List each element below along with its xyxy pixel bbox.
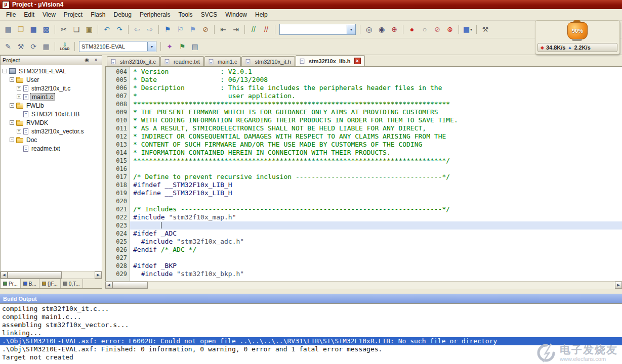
code-line[interactable]: #define __STM32F10x_LIB_H [130, 189, 622, 197]
code-line[interactable]: * CONTENT OF SUCH FIRMWARE AND/OR THE US… [130, 141, 622, 149]
code-line[interactable]: /* Includes ----------------------------… [130, 205, 622, 213]
close-icon[interactable]: × [354, 58, 361, 64]
code-line[interactable]: * INDIRECT OR CONSEQUENTIAL DAMAGES WITH… [130, 132, 622, 141]
close-icon[interactable]: × [92, 57, 100, 64]
menu-item-peripherals[interactable]: Peripherals [136, 10, 175, 19]
debug-windows-icon[interactable]: ▦▾ [462, 23, 474, 35]
code-line[interactable]: /* Define to prevent recursive inclusion… [130, 173, 622, 181]
chevron-down-icon[interactable]: ▼ [147, 42, 156, 51]
tree-expand-box[interactable]: + [17, 129, 21, 133]
menu-item-project[interactable]: Project [60, 10, 87, 19]
code-line[interactable]: #ifdef _BKP [130, 262, 622, 270]
code-line[interactable]: #endif /*_ADC */ [130, 246, 622, 254]
tab-readme-txt[interactable]: readme.txt [160, 56, 204, 66]
toggle-bookmark-icon[interactable]: ⚑ [161, 23, 174, 35]
translate-file-icon[interactable]: ✎ [2, 40, 14, 53]
tree-item-user[interactable]: -User [1, 75, 102, 84]
build-output-line[interactable]: linking... [0, 329, 622, 337]
save-all-icon[interactable]: ▩ [40, 23, 52, 35]
undo-icon[interactable]: ↶ [101, 23, 113, 35]
save-icon[interactable]: ▦ [27, 23, 39, 35]
target-select[interactable]: STM3210E-EVAL▼ [79, 41, 156, 52]
code-line[interactable]: * Date : 06/13/2008 [130, 76, 622, 84]
editor-hscrollbar[interactable]: ◀ ▶ [105, 281, 622, 289]
menu-item-flash[interactable]: Flash [87, 10, 109, 19]
templates-panel-tab[interactable]: 0,T... [61, 279, 83, 288]
tree-expand-box[interactable]: - [3, 69, 7, 73]
code-line[interactable]: * Version : V2.0.1 [130, 68, 622, 76]
build-output-line[interactable]: compiling main1.c... [0, 313, 622, 321]
cut-icon[interactable]: ✂ [58, 23, 70, 35]
open-file-icon[interactable]: ❐ [15, 23, 27, 35]
build-output-line[interactable]: .\Obj\STM3210E-EVAL.axf: Finished: 0 inf… [0, 345, 622, 353]
menu-item-debug[interactable]: Debug [110, 10, 136, 19]
search-input[interactable] [280, 25, 347, 33]
code-line[interactable]: * INFORMATION CONTAINED HEREIN IN CONNEC… [130, 149, 622, 157]
build-target-icon[interactable]: ⚒ [15, 40, 27, 53]
clear-bookmarks-icon[interactable]: ⊘ [199, 23, 212, 35]
tree-item-readme-txt[interactable]: readme.txt [1, 144, 102, 153]
code-line[interactable]: * AS A RESULT, STMICROELECTRONICS SHALL … [130, 124, 622, 132]
tree-item-doc[interactable]: -Doc [1, 135, 102, 144]
new-file-icon[interactable]: ▤ [2, 23, 14, 35]
pin-icon[interactable]: ◉ [83, 57, 91, 64]
rebuild-target-icon[interactable]: ⟳ [27, 40, 39, 53]
code-editor[interactable]: 0040050060070080090100110120130140150160… [105, 67, 622, 281]
redo-icon[interactable]: ↷ [113, 23, 126, 35]
build-output-line[interactable]: compiling stm32f10x_it.c... [0, 305, 622, 313]
code-line[interactable]: #ifndef __STM32F10x_LIB_H [130, 181, 622, 189]
menu-item-svcs[interactable]: SVCS [197, 10, 222, 19]
code-line[interactable]: #ifdef _ADC [130, 230, 622, 238]
project-tree-hscrollbar[interactable]: ◀ ▶ [1, 271, 102, 279]
menu-item-window[interactable]: Window [221, 10, 251, 19]
previous-bookmark-icon[interactable]: ⚐ [174, 23, 186, 35]
navigate-forward-icon[interactable]: ⇨ [144, 23, 156, 35]
tree-expand-box[interactable]: - [10, 103, 14, 108]
indent-icon[interactable]: ⇥ [230, 23, 242, 35]
configure-tools-icon[interactable]: ⚒ [479, 23, 491, 35]
comment-selection-icon[interactable]: // [247, 23, 260, 35]
chevron-down-icon[interactable]: ▼ [347, 25, 355, 34]
tab-main1-c[interactable]: main1.c [204, 56, 241, 66]
functions-panel-tab[interactable]: {}F... [39, 279, 61, 288]
scrollbar-track[interactable] [8, 271, 95, 279]
tree-item-stm32f10x-vector-s[interactable]: +stm32f10x_vector.s [1, 127, 102, 135]
disable-all-breakpoints-icon[interactable]: ⊘ [431, 23, 443, 35]
build-output-line[interactable]: .\Obj\STM3210E-EVAL.axf: error: L6002U: … [0, 337, 622, 345]
tree-expand-box[interactable]: + [17, 95, 21, 99]
tree-item-fwlib[interactable]: -FWLib [1, 101, 102, 110]
tree-item-rvmdk[interactable]: -RVMDK [1, 118, 102, 127]
tree-expand-box[interactable]: - [10, 138, 14, 142]
tree-expand-box[interactable]: - [10, 77, 14, 82]
scroll-left-icon[interactable]: ◀ [1, 271, 8, 279]
outdent-icon[interactable]: ⇤ [217, 23, 229, 35]
scroll-left-icon[interactable]: ◀ [105, 282, 112, 289]
build-output-line[interactable]: Target not created [0, 353, 622, 361]
code-line[interactable] [130, 165, 622, 173]
code-line[interactable] [130, 254, 622, 262]
project-panel-tab[interactable]: Pr... [1, 279, 21, 288]
tree-expand-box[interactable]: + [17, 86, 21, 90]
menu-item-tools[interactable]: Tools [175, 10, 197, 19]
tab-stm32f10x-it-c[interactable]: stm32f10x_it.c [107, 56, 160, 66]
download-flash-button[interactable]: ⇩LOAD [58, 40, 72, 53]
code-line[interactable]: * WITH CODING INFORMATION REGARDING THEI… [130, 116, 622, 124]
tree-item-stm3210e-eval[interactable]: -STM3210E-EVAL [1, 67, 102, 75]
scroll-right-icon[interactable]: ▶ [615, 282, 622, 289]
code-line[interactable]: ****************************************… [130, 100, 622, 108]
scroll-right-icon[interactable]: ▶ [95, 271, 102, 279]
kill-all-breakpoints-icon[interactable]: ⊗ [444, 23, 456, 35]
code-lines[interactable]: * Version : V2.0.1* Date : 06/13/2008* D… [130, 67, 622, 281]
code-line[interactable] [130, 221, 622, 230]
code-line[interactable]: * Description : This file includes the p… [130, 84, 622, 92]
code-line[interactable]: ****************************************… [130, 157, 622, 165]
menu-item-file[interactable]: File [2, 10, 20, 19]
menu-item-edit[interactable]: Edit [20, 10, 38, 19]
paste-icon[interactable]: ▣ [83, 23, 95, 35]
batch-build-icon[interactable]: ▦ [40, 40, 52, 53]
insert-breakpoint-icon[interactable]: ● [406, 23, 418, 35]
horizontal-splitter[interactable] [0, 289, 622, 294]
build-output-header[interactable]: Build Output [0, 294, 622, 303]
build-output-line[interactable]: assembling stm32f10x_vector.s... [0, 321, 622, 329]
incremental-find-icon[interactable]: ⊕ [388, 23, 400, 35]
